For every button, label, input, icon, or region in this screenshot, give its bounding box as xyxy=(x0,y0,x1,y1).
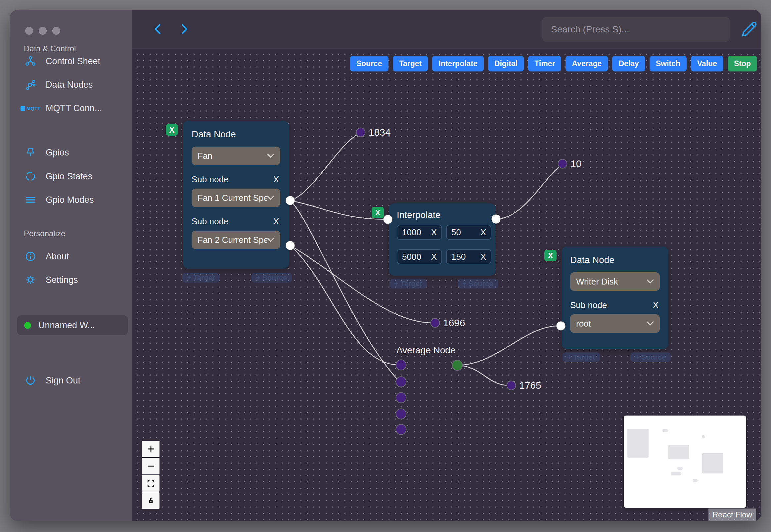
interpolate-value-box[interactable]: 1000 X xyxy=(397,225,442,240)
sidebar-item-gpios[interactable]: Gpios xyxy=(24,147,69,158)
node-type-select[interactable]: Fan xyxy=(192,147,280,165)
minimap-node xyxy=(668,445,689,459)
palette-stop-button[interactable]: Stop xyxy=(728,56,757,71)
sidebar-item-control-sheet[interactable]: Control Sheet xyxy=(24,56,100,67)
average-input-port[interactable] xyxy=(396,360,407,371)
palette-digital-button[interactable]: Digital xyxy=(488,56,524,71)
chevron-down-icon xyxy=(647,321,654,326)
add-target-button[interactable]: + Target xyxy=(563,352,600,362)
palette-average-button[interactable]: Average xyxy=(566,56,608,71)
edit-pencil-icon[interactable] xyxy=(741,21,758,38)
palette-target-button[interactable]: Target xyxy=(393,56,428,71)
average-input-port[interactable] xyxy=(396,392,407,403)
clear-sub-node-button[interactable]: X xyxy=(653,300,660,310)
sub-node-label: Sub node xyxy=(192,174,228,185)
palette-delay-button[interactable]: Delay xyxy=(612,56,645,71)
sidebar-item-label: Gpio Modes xyxy=(46,195,94,205)
add-target-button[interactable]: + Target xyxy=(182,273,220,283)
lock-toggle-button[interactable] xyxy=(142,492,159,509)
clear-sub-node-button[interactable]: X xyxy=(273,174,280,185)
sub-node-label: Sub node xyxy=(570,300,607,310)
minimap[interactable] xyxy=(624,416,746,508)
edge-value-label: 10 xyxy=(570,158,581,169)
sidebar-item-settings[interactable]: Settings xyxy=(24,274,78,286)
edge-value-dot[interactable] xyxy=(431,318,440,328)
fit-view-button[interactable] xyxy=(142,475,159,492)
source-handle[interactable] xyxy=(286,196,295,205)
average-input-port[interactable] xyxy=(396,424,407,435)
data-node-fan[interactable]: X Data Node Fan Sub node X Fan 1 Current… xyxy=(183,121,289,269)
chevron-down-icon xyxy=(647,279,654,284)
sidebar-item-label: Gpios xyxy=(46,148,69,158)
sub-node-label: Sub node xyxy=(192,216,228,227)
workspace-label: Unnamed W... xyxy=(38,320,95,331)
back-button[interactable] xyxy=(151,22,165,36)
average-output-port[interactable] xyxy=(452,360,463,371)
target-handle[interactable] xyxy=(384,215,392,224)
sidebar-item-gpio-modes[interactable]: Gpio Modes xyxy=(24,194,94,205)
zoom-out-button[interactable] xyxy=(142,458,159,474)
palette-interpolate-button[interactable]: Interpolate xyxy=(432,56,484,71)
forward-button[interactable] xyxy=(177,22,192,36)
add-source-button[interactable]: + Source xyxy=(458,279,498,288)
add-source-button[interactable]: + Source xyxy=(251,273,292,283)
select-value: Fan 2 Current Spe xyxy=(198,235,267,245)
node-title: Interpolate xyxy=(397,209,488,221)
sub-node-select[interactable]: Fan 1 Current Spe xyxy=(192,189,280,207)
select-value: Fan xyxy=(198,151,212,161)
edge-value-dot[interactable] xyxy=(507,381,516,390)
edge-value-dot[interactable] xyxy=(558,159,567,169)
source-handle[interactable] xyxy=(286,241,295,250)
clear-value-button[interactable]: X xyxy=(480,252,486,262)
edge-value-dot[interactable] xyxy=(356,128,366,137)
add-source-button[interactable]: + Source xyxy=(630,352,671,362)
palette-source-button[interactable]: Source xyxy=(350,56,388,71)
average-input-port[interactable] xyxy=(396,377,407,387)
chevron-down-icon xyxy=(267,154,274,158)
zoom-in-button[interactable] xyxy=(142,441,159,457)
interpolate-value-box[interactable]: 50 X xyxy=(446,225,491,240)
sidebar-item-about[interactable]: About xyxy=(24,251,69,262)
palette-switch-button[interactable]: Switch xyxy=(650,56,687,71)
palette-timer-button[interactable]: Timer xyxy=(528,56,561,71)
node-palette: Source Target Interpolate Digital Timer … xyxy=(350,56,757,71)
minimap-node xyxy=(693,479,698,482)
minimize-window-button[interactable] xyxy=(39,27,47,35)
dashed-circle-icon xyxy=(24,171,37,182)
sidebar-item-sign-out[interactable]: Sign Out xyxy=(24,375,80,386)
close-window-button[interactable] xyxy=(25,27,33,35)
sidebar-item-workspace[interactable]: Unnamed W... xyxy=(17,315,128,335)
data-node-writer[interactable]: X Data Node Writer Disk Sub node X root xyxy=(562,246,668,349)
chevron-down-icon xyxy=(267,196,274,200)
palette-value-button[interactable]: Value xyxy=(691,56,723,71)
node-type-select[interactable]: Writer Disk xyxy=(570,272,660,291)
remove-node-button[interactable]: X xyxy=(544,250,557,261)
interpolate-value-box[interactable]: 150 X xyxy=(446,249,491,264)
interpolate-value-box[interactable]: 5000 X xyxy=(397,249,442,264)
react-flow-attribution[interactable]: React Flow xyxy=(708,509,756,521)
sub-node-select[interactable]: root xyxy=(570,314,660,333)
sidebar-item-gpio-states[interactable]: Gpio States xyxy=(24,171,92,182)
gear-icon xyxy=(24,274,37,286)
info-icon xyxy=(24,251,37,262)
add-target-button[interactable]: + Target xyxy=(389,279,427,288)
clear-sub-node-button[interactable]: X xyxy=(273,216,280,227)
remove-node-button[interactable]: X xyxy=(166,124,178,136)
clear-value-button[interactable]: X xyxy=(431,227,437,238)
clear-value-button[interactable]: X xyxy=(431,252,437,262)
value-text: 5000 xyxy=(402,252,421,262)
average-input-port[interactable] xyxy=(396,409,407,420)
sidebar-item-data-nodes[interactable]: Data Nodes xyxy=(24,79,93,90)
minimap-node xyxy=(662,429,668,432)
sidebar-item-mqtt[interactable]: MQTT MQTT Conn... xyxy=(24,103,102,113)
flow-canvas[interactable]: Source Target Interpolate Digital Timer … xyxy=(132,49,761,521)
sub-node-select[interactable]: Fan 2 Current Spe xyxy=(192,231,280,249)
target-handle[interactable] xyxy=(557,322,566,331)
search-input[interactable] xyxy=(542,17,730,42)
interpolate-node[interactable]: X Interpolate 1000 X 50 X 5000 X xyxy=(389,203,496,276)
zoom-window-button[interactable] xyxy=(52,27,60,35)
remove-node-button[interactable]: X xyxy=(372,207,384,218)
sidebar-item-label: Settings xyxy=(46,275,78,285)
source-handle[interactable] xyxy=(492,215,501,224)
clear-value-button[interactable]: X xyxy=(480,227,486,238)
